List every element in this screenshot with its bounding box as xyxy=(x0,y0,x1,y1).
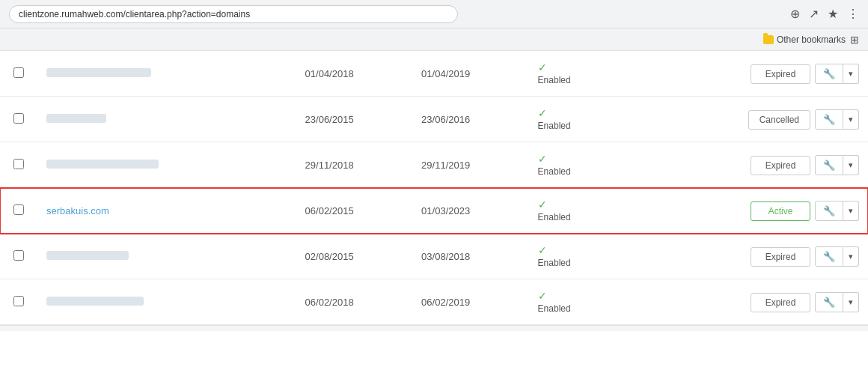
domain-name-cell xyxy=(37,97,296,142)
domain-name-cell xyxy=(37,279,296,325)
bookmark-label: Other bookmarks xyxy=(777,34,846,45)
autorenew-cell: ✓ Enabled xyxy=(529,142,646,188)
wrench-button[interactable]: 🔧 xyxy=(815,246,843,267)
reg-date-cell: 02/08/2015 xyxy=(296,234,413,279)
exp-date-cell: 01/03/2023 xyxy=(412,188,529,234)
table-row: 23/06/201523/06/2016 ✓ Enabled Cancelled… xyxy=(0,97,868,142)
wrench-button[interactable]: 🔧 xyxy=(815,201,843,221)
check-icon: ✓ xyxy=(538,61,637,73)
check-icon: ✓ xyxy=(538,290,637,302)
enabled-label: Enabled xyxy=(538,303,637,314)
row-checkbox[interactable] xyxy=(13,296,24,306)
domain-placeholder xyxy=(46,114,106,123)
dropdown-button[interactable]: ▾ xyxy=(843,64,859,84)
enabled-label: Enabled xyxy=(538,212,637,222)
domain-placeholder xyxy=(46,251,129,260)
reg-date-cell: 06/02/2015 xyxy=(296,188,413,234)
status-button-expired[interactable]: Expired xyxy=(751,64,810,84)
domain-name-cell xyxy=(37,51,296,97)
dropdown-button[interactable]: ▾ xyxy=(843,201,859,221)
bookmarks-bar: Other bookmarks ⊞ xyxy=(0,28,868,51)
checkbox-cell xyxy=(0,51,37,97)
exp-date-cell: 01/04/2019 xyxy=(412,51,529,97)
status-button-cancelled[interactable]: Cancelled xyxy=(748,110,810,130)
status-button-expired[interactable]: Expired xyxy=(751,156,810,175)
domain-name-cell xyxy=(37,142,296,188)
enabled-label: Enabled xyxy=(538,166,637,177)
wrench-button[interactable]: 🔧 xyxy=(815,155,843,175)
row-checkbox[interactable] xyxy=(13,250,24,261)
table-row: serbakuis.com06/02/201501/03/2023 ✓ Enab… xyxy=(0,188,868,234)
checkbox-cell xyxy=(0,97,37,142)
share-icon[interactable]: ↗ xyxy=(809,7,819,21)
autorenew-cell: ✓ Enabled xyxy=(529,51,646,97)
manage-btn-group: 🔧▾ xyxy=(810,109,859,130)
dropdown-button[interactable]: ▾ xyxy=(843,292,859,312)
action-cell: Expired🔧▾ xyxy=(645,234,868,279)
dropdown-button[interactable]: ▾ xyxy=(843,246,859,267)
enabled-label: Enabled xyxy=(538,75,637,85)
manage-btn-group: 🔧▾ xyxy=(810,246,859,267)
status-button-expired[interactable]: Expired xyxy=(751,293,810,312)
check-icon: ✓ xyxy=(538,107,637,119)
domain-name-cell[interactable]: serbakuis.com xyxy=(37,188,296,234)
domain-placeholder xyxy=(46,297,144,306)
wrench-button[interactable]: 🔧 xyxy=(815,292,843,312)
status-button-active[interactable]: Active xyxy=(751,201,810,221)
table-row: 01/04/201801/04/2019 ✓ Enabled Expired🔧▾ xyxy=(0,51,868,97)
row-checkbox[interactable] xyxy=(13,204,24,215)
enabled-label: Enabled xyxy=(538,258,637,268)
check-icon: ✓ xyxy=(538,244,637,256)
check-icon: ✓ xyxy=(538,153,637,165)
autorenew-cell: ✓ Enabled xyxy=(529,188,646,234)
action-cell: Expired🔧▾ xyxy=(645,51,868,97)
checkbox-cell xyxy=(0,188,37,234)
menu-icon[interactable]: ⋮ xyxy=(847,7,859,21)
checkbox-cell xyxy=(0,142,37,188)
wrench-button[interactable]: 🔧 xyxy=(815,109,843,130)
reg-date-cell: 06/02/2018 xyxy=(296,279,413,325)
checkbox-cell xyxy=(0,279,37,325)
enabled-label: Enabled xyxy=(538,121,637,131)
domain-placeholder xyxy=(46,68,151,77)
table-row: 02/08/201503/08/2018 ✓ Enabled Expired🔧▾ xyxy=(0,234,868,279)
row-checkbox[interactable] xyxy=(13,159,24,169)
reg-date-cell: 01/04/2018 xyxy=(296,51,413,97)
exp-date-cell: 23/06/2016 xyxy=(412,97,529,142)
bookmark-item-other[interactable]: Other bookmarks xyxy=(763,34,846,45)
extensions-icon[interactable]: ⊞ xyxy=(850,34,859,46)
action-cell: Active🔧▾ xyxy=(645,188,868,234)
row-checkbox[interactable] xyxy=(13,67,24,78)
exp-date-cell: 03/08/2018 xyxy=(412,234,529,279)
reg-date-cell: 29/11/2018 xyxy=(296,142,413,188)
browser-icons: ⊕ ↗ ★ ⋮ xyxy=(790,7,859,21)
zoom-icon[interactable]: ⊕ xyxy=(790,7,800,21)
star-icon[interactable]: ★ xyxy=(828,7,838,21)
domain-table: 01/04/201801/04/2019 ✓ Enabled Expired🔧▾… xyxy=(0,51,868,325)
table-row: 29/11/201829/11/2019 ✓ Enabled Expired🔧▾ xyxy=(0,142,868,188)
autorenew-cell: ✓ Enabled xyxy=(529,234,646,279)
check-icon: ✓ xyxy=(538,198,637,210)
reg-date-cell: 23/06/2015 xyxy=(296,97,413,142)
manage-btn-group: 🔧▾ xyxy=(810,64,859,84)
exp-date-cell: 06/02/2019 xyxy=(412,279,529,325)
domain-name-cell xyxy=(37,234,296,279)
wrench-button[interactable]: 🔧 xyxy=(815,64,843,84)
dropdown-button[interactable]: ▾ xyxy=(843,155,859,175)
action-cell: Expired🔧▾ xyxy=(645,142,868,188)
checkbox-cell xyxy=(0,234,37,279)
manage-btn-group: 🔧▾ xyxy=(810,292,859,312)
main-content: 01/04/201801/04/2019 ✓ Enabled Expired🔧▾… xyxy=(0,51,868,331)
manage-btn-group: 🔧▾ xyxy=(810,201,859,221)
action-cell: Expired🔧▾ xyxy=(645,279,868,325)
folder-icon xyxy=(763,35,774,44)
address-bar[interactable]: clientzone.rumahweb.com/clientarea.php?a… xyxy=(9,5,458,23)
scroll-area[interactable] xyxy=(0,325,868,331)
row-checkbox[interactable] xyxy=(13,113,24,124)
action-cell: Cancelled🔧▾ xyxy=(645,97,868,142)
manage-btn-group: 🔧▾ xyxy=(810,155,859,175)
table-row: 06/02/201806/02/2019 ✓ Enabled Expired🔧▾ xyxy=(0,279,868,325)
status-button-expired[interactable]: Expired xyxy=(751,247,810,267)
browser-chrome: clientzone.rumahweb.com/clientarea.php?a… xyxy=(0,0,868,28)
dropdown-button[interactable]: ▾ xyxy=(843,109,859,130)
